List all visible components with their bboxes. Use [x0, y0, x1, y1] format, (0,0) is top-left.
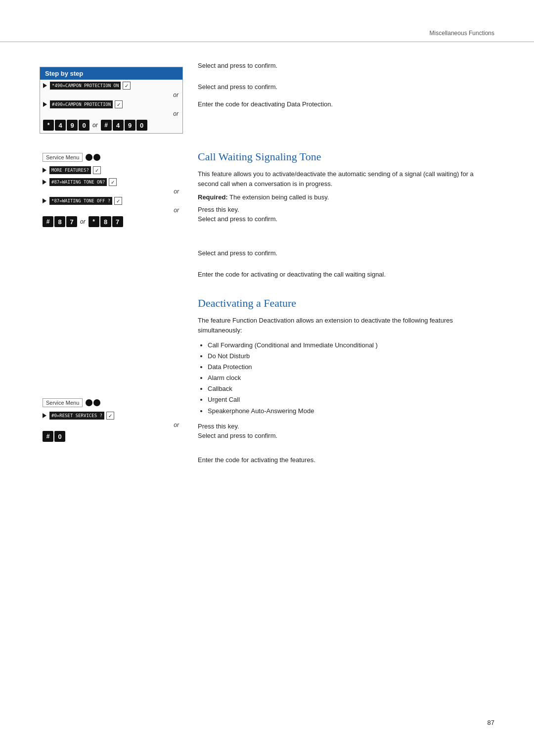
key-4-1: 4 — [55, 120, 66, 131]
or-text-2: or — [40, 110, 182, 117]
reset-code: #0=RESET SERVICES ? — [49, 412, 104, 420]
check-btn-more[interactable]: ✓ — [93, 166, 101, 174]
select-confirm-2: Select and press to confirm. — [198, 83, 494, 91]
key-9-2: 9 — [125, 120, 135, 131]
page-header: Miscellaneous Functions — [0, 0, 534, 42]
key-0-2: 0 — [136, 120, 147, 131]
service-menu-icon-2 — [86, 399, 100, 406]
select-confirm-1: Select and press to confirm. — [198, 62, 494, 69]
step-row-campon-on: *490=CAMPON PROTECTION ON ✓ — [40, 80, 182, 92]
play-arrow-tone-on — [43, 180, 46, 185]
deactivating-section: Service Menu #0=RESET SERVICES ? ✓ or # — [40, 292, 494, 466]
call-waiting-desc: This feature allows you to activate/deac… — [198, 169, 494, 189]
code-row-87: # 8 7 or * 8 7 — [40, 214, 183, 230]
step-box-header: Step by step — [40, 67, 182, 80]
key-8-2: 8 — [100, 216, 111, 227]
tone-off-code: *87=WAITING TONE OFF ? — [49, 197, 112, 205]
campon-off-code: #490=CAMPON PROTECTION — [50, 100, 113, 108]
page-number: 87 — [488, 719, 494, 726]
call-waiting-left: Service Menu MORE FEATURES? ✓ #87=WAITIN… — [40, 150, 183, 280]
service-menu-icon-1 — [86, 154, 100, 161]
bullet-2: Do Not Disturb — [208, 351, 494, 362]
play-arrow-icon-2 — [43, 102, 47, 107]
deactivating-select: Select and press to confirm. — [198, 432, 494, 439]
code-desc-1: Enter the code for deactivating Data Pro… — [198, 100, 494, 108]
service-menu-row-1: Service Menu — [40, 150, 183, 164]
deactivating-press: Press this key. — [198, 423, 494, 430]
call-waiting-select-2: Select and press to confirm. — [198, 249, 494, 257]
tone-on-code: #87=WAITING TONE ON? — [49, 178, 107, 186]
circle-black-icon-4 — [93, 399, 100, 406]
step-row-tone-off: *87=WAITING TONE OFF ? ✓ — [40, 195, 183, 207]
data-protection-step-box: Step by step *490=CAMPON PROTECTION ON ✓… — [40, 57, 183, 134]
deactivating-code-desc: Enter the code for activating the featur… — [198, 456, 494, 464]
code-row-490: * 4 9 0 or # 4 9 0 — [40, 117, 182, 133]
or-text-deact: or — [40, 422, 183, 428]
play-arrow-more — [43, 168, 46, 173]
check-btn-tone-on[interactable]: ✓ — [109, 178, 117, 186]
or-text-cw1: or — [40, 188, 183, 195]
check-btn-tone-off[interactable]: ✓ — [114, 197, 122, 205]
deactivating-left: Service Menu #0=RESET SERVICES ? ✓ or # — [40, 297, 183, 466]
bullet-4: Alarm clock — [208, 373, 494, 383]
step-row-tone-on: #87=WAITING TONE ON? ✓ — [40, 176, 183, 188]
step-row-more-features: MORE FEATURES? ✓ — [40, 164, 183, 176]
call-waiting-press: Press this key. — [198, 206, 494, 213]
check-btn-2[interactable]: ✓ — [115, 100, 123, 108]
step-box: Step by step *490=CAMPON PROTECTION ON ✓… — [40, 67, 183, 134]
star-key-87: * — [89, 216, 99, 227]
call-waiting-right: Call Waiting Signaling Tone This feature… — [198, 150, 494, 280]
key-7-2: 7 — [112, 216, 123, 227]
key-4-2: 4 — [113, 120, 124, 131]
deactivating-desc: The feature Function Deactivation allows… — [198, 316, 494, 335]
step-row-reset: #0=RESET SERVICES ? ✓ — [40, 410, 183, 422]
campon-on-code: *490=CAMPON PROTECTION ON — [50, 82, 121, 90]
hash-key: # — [101, 120, 112, 131]
key-7-1: 7 — [66, 216, 77, 227]
circle-black-icon-3 — [86, 399, 92, 406]
key-0-1: 0 — [79, 120, 89, 131]
section-title-header: Miscellaneous Functions — [430, 30, 494, 37]
bullet-6: Urgent Call — [208, 394, 494, 405]
service-menu-label-2: Service Menu — [43, 398, 83, 407]
service-menu-row-2: Service Menu — [40, 396, 183, 410]
check-btn-reset[interactable]: ✓ — [106, 412, 114, 420]
or-separator: or — [92, 122, 98, 129]
bullet-3: Data Protection — [208, 362, 494, 373]
bullet-1: Call Forwarding (Conditional and Immedia… — [208, 340, 494, 351]
key-9-1: 9 — [67, 120, 78, 131]
deactivating-bullet-list: Call Forwarding (Conditional and Immedia… — [208, 340, 494, 417]
or-text-1: or — [40, 92, 182, 98]
key-0-final: 0 — [54, 431, 65, 442]
circle-black-icon-1 — [86, 154, 92, 161]
play-arrow-reset — [43, 413, 46, 418]
hash-key-0: # — [43, 431, 53, 442]
step-row-campon-off: #490=CAMPON PROTECTION ✓ — [40, 98, 182, 110]
call-waiting-section: Service Menu MORE FEATURES? ✓ #87=WAITIN… — [40, 145, 494, 280]
key-8-1: 8 — [54, 216, 65, 227]
call-waiting-select: Select and press to confirm. — [198, 215, 494, 223]
call-waiting-code-desc: Enter the code for activating or deactiv… — [198, 271, 494, 278]
or-sep-87: or — [80, 218, 86, 225]
deactivating-title: Deactivating a Feature — [198, 297, 494, 310]
deactivating-right: Deactivating a Feature The feature Funct… — [198, 297, 494, 466]
call-waiting-title: Call Waiting Signaling Tone — [198, 150, 494, 163]
service-menu-label-1: Service Menu — [43, 153, 83, 162]
hash-key-87: # — [43, 216, 53, 227]
or-text-cw2: or — [40, 207, 183, 214]
code-row-0: # 0 — [40, 428, 183, 444]
call-waiting-required: Required: The extension being called is … — [198, 193, 494, 201]
data-protection-desc: Select and press to confirm. Select and … — [198, 57, 494, 134]
star-key: * — [43, 120, 54, 131]
data-protection-section: Step by step *490=CAMPON PROTECTION ON ✓… — [40, 57, 494, 134]
bullet-7: Speakerphone Auto-Answering Mode — [208, 406, 494, 417]
bullet-5: Callback — [208, 383, 494, 394]
play-arrow-icon — [43, 83, 47, 88]
more-features-code: MORE FEATURES? — [49, 166, 91, 174]
circle-black-icon-2 — [93, 154, 100, 161]
check-btn[interactable]: ✓ — [123, 82, 131, 90]
play-arrow-tone-off — [43, 198, 46, 203]
